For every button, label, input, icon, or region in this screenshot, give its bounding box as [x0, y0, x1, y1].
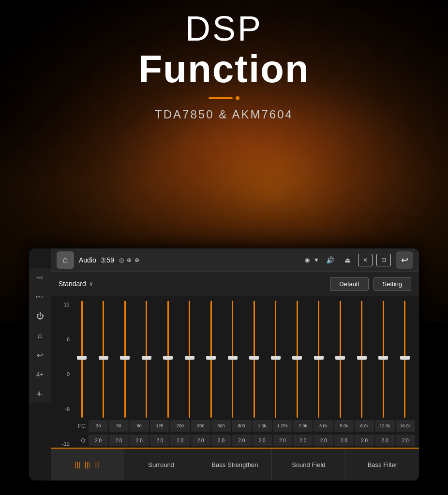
- slider-handle-3[interactable]: [142, 356, 151, 360]
- eq-slider-0[interactable]: [72, 300, 92, 419]
- q-val-15: 2.0: [396, 435, 415, 446]
- fc-val-0: 30: [89, 420, 108, 432]
- q-val-6: 2.0: [211, 435, 231, 446]
- q-val-10: 2.0: [293, 435, 313, 446]
- eq-slider-7[interactable]: [223, 300, 243, 419]
- slider-track-8: [254, 301, 255, 418]
- slider-handle-5[interactable]: [185, 356, 194, 360]
- slider-handle-0[interactable]: [77, 356, 87, 360]
- slider-track-3: [146, 301, 147, 418]
- usb-icon: ⊕: [127, 257, 132, 263]
- equalizer-icon: ⫼⫼⫼: [73, 459, 102, 470]
- slider-handle-14[interactable]: [378, 356, 388, 360]
- fc-val-8: 1.0k: [253, 420, 272, 432]
- slider-handle-10[interactable]: [292, 356, 302, 360]
- status-icons-left: ◎ ⊕ ⊕: [119, 257, 139, 263]
- eq-slider-13[interactable]: [352, 300, 373, 419]
- tab-sound-field[interactable]: Sound Field: [272, 449, 345, 480]
- slider-handle-12[interactable]: [335, 356, 345, 360]
- q-row: Q: 2.02.02.02.02.02.02.02.02.02.02.02.02…: [72, 433, 415, 448]
- status-icons-right: ◉ ▼ 🔊 ⏏ ✕ ⊡: [305, 253, 391, 267]
- eject-icon[interactable]: ⏏: [341, 253, 354, 267]
- title-dsp: DSP: [0, 10, 448, 48]
- home-side-button[interactable]: ⌂: [30, 326, 50, 345]
- slider-track-10: [297, 301, 298, 418]
- slider-handle-15[interactable]: [400, 356, 410, 360]
- volume-icon[interactable]: 🔊: [323, 253, 337, 267]
- eq-slider-8[interactable]: [244, 300, 265, 419]
- tab-bass-filter[interactable]: Bass Filter: [346, 449, 419, 480]
- eq-slider-15[interactable]: [395, 300, 416, 419]
- tab-bass-strengthen-label: Bass Strengthen: [211, 461, 258, 468]
- home-button[interactable]: ⌂: [57, 251, 74, 269]
- fc-val-5: 300: [191, 420, 210, 432]
- back-side-button[interactable]: ↩: [30, 345, 50, 364]
- slider-track-13: [361, 301, 362, 418]
- title-subtitle: TDA7850 & AKM7604: [0, 108, 448, 121]
- eq-slider-10[interactable]: [287, 300, 308, 419]
- q-val-9: 2.0: [273, 435, 292, 446]
- slider-handle-8[interactable]: [249, 356, 259, 360]
- q-val-11: 2.0: [314, 435, 333, 446]
- fc-val-13: 8.0k: [355, 420, 374, 432]
- eq-slider-2[interactable]: [115, 300, 135, 419]
- eq-label-6: 6: [55, 336, 72, 342]
- volume-down-button[interactable]: 4-: [30, 384, 50, 403]
- fc-label: FC:: [72, 423, 89, 429]
- eq-area: 12 6 0 -6 -12 FC: 3050801252003005008001…: [51, 296, 419, 448]
- eq-slider-5[interactable]: [179, 300, 200, 419]
- screen-label: Audio: [79, 256, 96, 264]
- eq-slider-1[interactable]: [93, 300, 114, 419]
- default-button[interactable]: Default: [330, 277, 368, 291]
- slider-handle-4[interactable]: [163, 356, 173, 360]
- eq-slider-3[interactable]: [136, 300, 157, 419]
- q-val-7: 2.0: [232, 435, 251, 446]
- slider-handle-1[interactable]: [99, 356, 108, 360]
- tab-bass-filter-label: Bass Filter: [368, 461, 397, 468]
- q-label: Q:: [72, 437, 89, 443]
- fc-val-11: 3.0k: [314, 420, 333, 432]
- close-btn[interactable]: ✕: [358, 254, 373, 266]
- eq-label-neg6: -6: [55, 406, 72, 412]
- tab-sound-field-label: Sound Field: [292, 461, 325, 468]
- slider-handle-2[interactable]: [120, 356, 130, 360]
- title-decoration: [0, 96, 448, 100]
- slider-handle-13[interactable]: [357, 356, 367, 360]
- fc-val-10: 2.0k: [293, 420, 313, 432]
- deco-dot: [236, 96, 239, 100]
- eq-slider-4[interactable]: [158, 300, 179, 419]
- window-btn[interactable]: ⊡: [376, 254, 391, 266]
- eq-slider-6[interactable]: [201, 300, 222, 419]
- bottom-tabs: ⫼⫼⫼ Surround Bass Strengthen Sound Field…: [51, 448, 419, 480]
- tab-bass-strengthen[interactable]: Bass Strengthen: [198, 449, 272, 480]
- q-val-5: 2.0: [191, 435, 210, 446]
- power-button[interactable]: ⏻: [30, 306, 50, 326]
- eq-slider-9[interactable]: [266, 300, 286, 419]
- eq-slider-11[interactable]: [309, 300, 329, 419]
- slider-handle-6[interactable]: [206, 356, 216, 360]
- slider-track-9: [275, 301, 276, 418]
- slider-handle-11[interactable]: [314, 356, 324, 360]
- eq-slider-12[interactable]: [330, 300, 351, 419]
- eq-slider-14[interactable]: [373, 300, 394, 419]
- preset-selector[interactable]: Standard ∨: [59, 280, 93, 288]
- tab-eq[interactable]: ⫼⫼⫼: [51, 449, 124, 480]
- slider-handle-7[interactable]: [228, 356, 238, 360]
- slider-handle-9[interactable]: [271, 356, 281, 360]
- back-button[interactable]: ↩: [396, 251, 413, 269]
- volume-up-button[interactable]: 4+: [30, 364, 50, 384]
- eq-label-0: 0: [55, 371, 72, 377]
- setting-button[interactable]: Setting: [373, 277, 411, 291]
- fc-val-2: 80: [130, 420, 149, 432]
- fc-values: 3050801252003005008001.0k1.25k2.0k3.0k5.…: [89, 420, 415, 432]
- tab-surround-label: Surround: [148, 461, 174, 468]
- fc-val-15: 16.0k: [396, 420, 415, 432]
- fc-val-4: 200: [170, 420, 190, 432]
- slider-track-4: [167, 301, 169, 418]
- eq-y-labels: 12 6 0 -6 -12: [55, 300, 72, 448]
- location-icon: ◉: [305, 257, 310, 263]
- eq-label-neg12: -12: [55, 441, 72, 447]
- deco-line: [209, 97, 233, 99]
- tab-surround[interactable]: Surround: [124, 449, 198, 480]
- slider-track-7: [232, 301, 233, 418]
